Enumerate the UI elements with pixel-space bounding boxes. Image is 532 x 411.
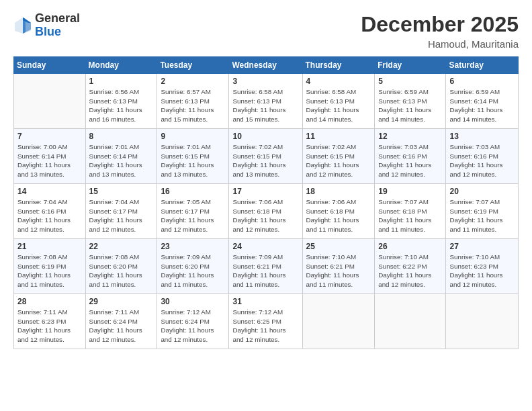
logo-general: General (35, 12, 80, 26)
calendar-cell: 26Sunrise: 7:10 AM Sunset: 6:22 PM Dayli… (375, 239, 446, 294)
day-number: 7 (17, 132, 82, 141)
day-info: Sunrise: 7:06 AM Sunset: 6:18 PM Dayligh… (232, 197, 298, 234)
calendar-cell: 20Sunrise: 7:07 AM Sunset: 6:19 PM Dayli… (446, 184, 519, 239)
calendar-cell: 5Sunrise: 6:59 AM Sunset: 6:13 PM Daylig… (375, 74, 446, 129)
calendar-body: 1Sunrise: 6:56 AM Sunset: 6:13 PM Daylig… (14, 74, 519, 349)
day-info: Sunrise: 7:00 AM Sunset: 6:14 PM Dayligh… (17, 142, 82, 179)
day-number: 26 (378, 242, 442, 251)
calendar-cell: 21Sunrise: 7:08 AM Sunset: 6:19 PM Dayli… (14, 239, 86, 294)
calendar-cell: 31Sunrise: 7:12 AM Sunset: 6:25 PM Dayli… (229, 294, 302, 349)
calendar-cell: 17Sunrise: 7:06 AM Sunset: 6:18 PM Dayli… (229, 184, 302, 239)
calendar-cell: 30Sunrise: 7:12 AM Sunset: 6:24 PM Dayli… (157, 294, 229, 349)
calendar-cell: 25Sunrise: 7:10 AM Sunset: 6:21 PM Dayli… (302, 239, 375, 294)
calendar-cell: 19Sunrise: 7:07 AM Sunset: 6:18 PM Dayli… (375, 184, 446, 239)
day-number: 9 (161, 132, 225, 141)
logo-icon (13, 16, 32, 35)
day-number: 29 (89, 297, 154, 306)
day-number: 1 (89, 77, 154, 86)
day-number: 11 (306, 132, 371, 141)
day-number: 10 (232, 132, 298, 141)
calendar-cell (375, 294, 446, 349)
header: General Blue December 2025 Hamoud, Mauri… (13, 12, 519, 50)
day-number: 16 (161, 187, 225, 196)
day-info: Sunrise: 7:10 AM Sunset: 6:23 PM Dayligh… (449, 253, 515, 289)
weekday-header: Friday (375, 57, 446, 74)
day-info: Sunrise: 7:03 AM Sunset: 6:16 PM Dayligh… (449, 142, 515, 179)
day-info: Sunrise: 7:02 AM Sunset: 6:15 PM Dayligh… (306, 142, 371, 179)
day-number: 12 (378, 132, 442, 141)
calendar-cell: 16Sunrise: 7:05 AM Sunset: 6:17 PM Dayli… (157, 184, 229, 239)
day-number: 20 (449, 187, 515, 196)
day-number: 24 (232, 242, 298, 251)
calendar-cell: 6Sunrise: 6:59 AM Sunset: 6:14 PM Daylig… (446, 74, 519, 129)
weekday-header: Saturday (446, 57, 519, 74)
day-info: Sunrise: 7:09 AM Sunset: 6:20 PM Dayligh… (161, 253, 225, 289)
day-info: Sunrise: 6:59 AM Sunset: 6:14 PM Dayligh… (449, 87, 515, 124)
calendar-cell: 12Sunrise: 7:03 AM Sunset: 6:16 PM Dayli… (375, 129, 446, 184)
day-info: Sunrise: 7:08 AM Sunset: 6:20 PM Dayligh… (89, 253, 154, 289)
calendar-cell: 10Sunrise: 7:02 AM Sunset: 6:15 PM Dayli… (229, 129, 302, 184)
day-number: 19 (378, 187, 442, 196)
day-info: Sunrise: 7:10 AM Sunset: 6:21 PM Dayligh… (306, 253, 371, 289)
day-number: 23 (161, 242, 225, 251)
calendar-cell (302, 294, 375, 349)
day-number: 13 (449, 132, 515, 141)
week-row: 1Sunrise: 6:56 AM Sunset: 6:13 PM Daylig… (14, 74, 519, 129)
weekday-header: Wednesday (229, 57, 302, 74)
day-info: Sunrise: 7:10 AM Sunset: 6:22 PM Dayligh… (378, 253, 442, 289)
day-info: Sunrise: 7:07 AM Sunset: 6:18 PM Dayligh… (378, 197, 442, 234)
calendar-cell: 1Sunrise: 6:56 AM Sunset: 6:13 PM Daylig… (85, 74, 157, 129)
calendar-cell: 29Sunrise: 7:11 AM Sunset: 6:24 PM Dayli… (85, 294, 157, 349)
day-info: Sunrise: 7:06 AM Sunset: 6:18 PM Dayligh… (306, 197, 371, 234)
calendar-cell: 18Sunrise: 7:06 AM Sunset: 6:18 PM Dayli… (302, 184, 375, 239)
logo: General Blue (13, 12, 80, 39)
week-row: 28Sunrise: 7:11 AM Sunset: 6:23 PM Dayli… (14, 294, 519, 349)
day-number: 21 (17, 242, 82, 251)
day-number: 5 (378, 77, 442, 86)
day-info: Sunrise: 7:12 AM Sunset: 6:25 PM Dayligh… (232, 308, 298, 345)
calendar-cell: 2Sunrise: 6:57 AM Sunset: 6:13 PM Daylig… (157, 74, 229, 129)
day-info: Sunrise: 6:56 AM Sunset: 6:13 PM Dayligh… (89, 87, 154, 124)
day-number: 4 (306, 77, 371, 86)
day-number: 17 (232, 187, 298, 196)
day-number: 15 (89, 187, 154, 196)
day-number: 28 (17, 297, 82, 306)
day-number: 6 (449, 77, 515, 86)
day-info: Sunrise: 7:11 AM Sunset: 6:24 PM Dayligh… (89, 308, 154, 345)
day-number: 30 (161, 297, 225, 306)
logo-text: General Blue (35, 12, 80, 39)
calendar-cell: 7Sunrise: 7:00 AM Sunset: 6:14 PM Daylig… (14, 129, 86, 184)
day-info: Sunrise: 6:59 AM Sunset: 6:13 PM Dayligh… (378, 87, 442, 124)
logo-blue: Blue (35, 26, 80, 39)
calendar-cell (14, 74, 86, 129)
day-info: Sunrise: 7:03 AM Sunset: 6:16 PM Dayligh… (378, 142, 442, 179)
day-info: Sunrise: 6:57 AM Sunset: 6:13 PM Dayligh… (161, 87, 225, 124)
day-info: Sunrise: 7:05 AM Sunset: 6:17 PM Dayligh… (161, 197, 225, 234)
day-number: 2 (161, 77, 225, 86)
calendar-cell: 22Sunrise: 7:08 AM Sunset: 6:20 PM Dayli… (85, 239, 157, 294)
calendar-cell: 9Sunrise: 7:01 AM Sunset: 6:15 PM Daylig… (157, 129, 229, 184)
month-title: December 2025 (361, 12, 519, 37)
day-info: Sunrise: 7:04 AM Sunset: 6:16 PM Dayligh… (17, 197, 82, 234)
page: General Blue December 2025 Hamoud, Mauri… (0, 0, 532, 411)
day-info: Sunrise: 7:08 AM Sunset: 6:19 PM Dayligh… (17, 253, 82, 289)
calendar-cell: 11Sunrise: 7:02 AM Sunset: 6:15 PM Dayli… (302, 129, 375, 184)
day-number: 14 (17, 187, 82, 196)
weekday-header: Tuesday (157, 57, 229, 74)
calendar-cell: 27Sunrise: 7:10 AM Sunset: 6:23 PM Dayli… (446, 239, 519, 294)
calendar: SundayMondayTuesdayWednesdayThursdayFrid… (13, 56, 519, 349)
weekday-header: Monday (85, 57, 157, 74)
weekday-row: SundayMondayTuesdayWednesdayThursdayFrid… (14, 57, 519, 74)
day-info: Sunrise: 7:07 AM Sunset: 6:19 PM Dayligh… (449, 197, 515, 234)
day-number: 8 (89, 132, 154, 141)
calendar-cell: 8Sunrise: 7:01 AM Sunset: 6:14 PM Daylig… (85, 129, 157, 184)
calendar-cell: 15Sunrise: 7:04 AM Sunset: 6:17 PM Dayli… (85, 184, 157, 239)
calendar-cell: 23Sunrise: 7:09 AM Sunset: 6:20 PM Dayli… (157, 239, 229, 294)
day-number: 22 (89, 242, 154, 251)
day-info: Sunrise: 7:02 AM Sunset: 6:15 PM Dayligh… (232, 142, 298, 179)
day-info: Sunrise: 7:09 AM Sunset: 6:21 PM Dayligh… (232, 253, 298, 289)
day-info: Sunrise: 7:12 AM Sunset: 6:24 PM Dayligh… (161, 308, 225, 345)
weekday-header: Sunday (14, 57, 86, 74)
day-number: 31 (232, 297, 298, 306)
calendar-cell (446, 294, 519, 349)
